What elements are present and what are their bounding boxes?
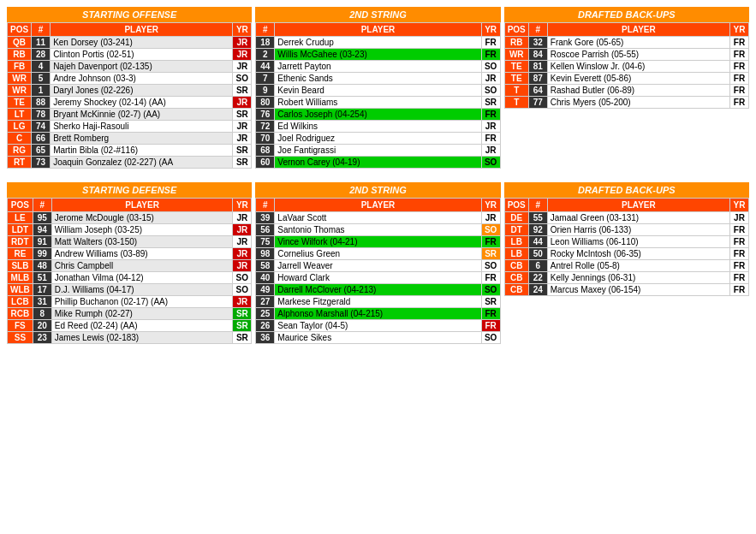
table-row: LE 95 Jerome McDougle (03-15) JR [8,212,252,224]
num-cell: 60 [256,157,275,169]
player-cell: Frank Gore (05-65) [547,37,729,49]
pos-cell: RG [8,145,32,157]
table-row: WLB 17 D.J. Williams (04-17) SO [8,284,252,296]
defense-section: STARTING DEFENSE POS # PLAYER YR LE 95 J… [7,182,749,344]
player-cell: Vince Wilfork (04-21) [275,236,481,248]
th-pos: POS [8,23,32,37]
table-row: 68 Joe Fantigrassi JR [256,145,500,157]
num-cell: 20 [33,320,51,332]
num-cell: 48 [33,260,51,272]
yr-cell: SO [481,61,500,73]
num-cell: 32 [528,37,547,49]
yr-cell: JR [481,73,500,85]
player-cell: Kevin Everett (05-86) [547,73,729,85]
player-cell: Clinton Portis (02-51) [51,49,233,61]
table-row: LDT 94 William Joseph (03-25) JR [8,224,252,236]
table-row: 70 Joel Rodriguez FR [256,133,500,145]
player-cell: Leon Williams (06-110) [547,236,729,248]
num-cell: 70 [256,133,275,145]
num-cell: 44 [256,61,275,73]
yr-cell: JR [233,296,252,308]
pos-cell: TE [8,97,32,109]
yr-cell: JR [233,236,252,248]
th-yr-d: YR [729,23,748,37]
starting-defense-title: STARTING DEFENSE [7,182,252,198]
num-cell: 18 [256,37,275,49]
player-cell: Jeremy Shockey (02-14) (AA) [51,97,233,109]
num-cell: 65 [32,145,51,157]
num-cell: 72 [256,121,275,133]
player-cell: Jarrell Weaver [275,260,481,272]
table-row: RCB 8 Mike Rumph (02-27) SR [8,308,252,320]
table-row: 27 Markese Fitzgerald SR [256,296,500,308]
player-cell: Rashad Butler (06-89) [547,85,729,97]
pos-cell: SLB [8,260,33,272]
player-cell: Ken Dorsey (03-241) [51,37,233,49]
num-cell: 1 [32,85,51,97]
yr-cell: FR [481,320,500,332]
table-row: DT 92 Orien Harris (06-133) FR [504,224,748,236]
table-row: 25 Alphonso Marshall (04-215) FR [256,308,500,320]
player-cell: Ed Wilkins [275,121,481,133]
table-row: DE 55 Jamaal Green (03-131) JR [504,212,748,224]
num-cell: 87 [528,73,547,85]
num-cell: 5 [32,73,51,85]
yr-cell: FR [481,49,500,61]
num-cell: 23 [33,332,51,344]
num-cell: 55 [528,212,547,224]
player-cell: Joel Rodriguez [275,133,481,145]
th-def-pos: POS [8,199,33,212]
player-cell: Markese Fitzgerald [275,296,481,308]
starting-defense: STARTING DEFENSE POS # PLAYER YR LE 95 J… [7,182,252,344]
table-row: MLB 51 Jonathan Vilma (04-12) SO [8,272,252,284]
player-cell: Antrel Rolle (05-8) [547,260,729,272]
player-cell: Joe Fantigrassi [275,145,481,157]
player-cell: Jerome McDougle (03-15) [51,212,233,224]
num-cell: 91 [33,236,51,248]
pos-cell: RT [8,157,32,169]
yr-cell: FR [481,133,500,145]
th-def-yr-d: YR [729,199,748,212]
pos-cell: FS [8,320,33,332]
yr-cell: JR [233,224,252,236]
table-row: 60 Vernon Carey (04-19) SO [256,157,500,169]
th-def-num2: # [256,199,275,212]
pos-cell: DE [504,212,528,224]
pos-cell: T [504,85,528,97]
table-row: LCB 31 Phillip Buchanon (02-17) (AA) JR [8,296,252,308]
player-cell: Willis McGahee (03-23) [275,49,481,61]
yr-cell: SO [233,272,252,284]
yr-cell: JR [233,61,252,73]
num-cell: 28 [32,49,51,61]
yr-cell: JR [233,212,252,224]
table-row: 76 Carlos Joseph (04-254) FR [256,109,500,121]
yr-cell: SR [233,145,252,157]
yr-cell: FR [729,248,748,260]
table-row: T 77 Chris Myers (05-200) FR [504,97,748,109]
yr-cell: FR [729,236,748,248]
player-cell: Najeh Davenport (02-135) [51,61,233,73]
pos-cell: RB [504,37,528,49]
pos-cell: C [8,133,32,145]
yr-cell: SR [233,320,252,332]
starting-defense-table: POS # PLAYER YR LE 95 Jerome McDougle (0… [7,198,252,344]
num-cell: 64 [528,85,547,97]
pos-cell: QB [8,37,32,49]
table-row: RDT 91 Matt Walters (03-150) JR [8,236,252,248]
num-cell: 17 [33,284,51,296]
num-cell: 76 [256,109,275,121]
player-cell: Jonathan Vilma (04-12) [51,272,233,284]
yr-cell: SR [481,296,500,308]
pos-cell: CB [504,272,528,284]
player-cell: Robert Williams [275,97,481,109]
num-cell: 27 [256,296,275,308]
th-def-num: # [33,199,51,212]
pos-cell: MLB [8,272,33,284]
num-cell: 11 [32,37,51,49]
table-row: LT 78 Bryant McKinnie (02-7) (AA) SR [8,109,252,121]
defense-drafted-title: DRAFTED BACK-UPS [504,182,749,198]
num-cell: 24 [528,284,547,296]
pos-cell: SS [8,332,33,344]
table-row: 75 Vince Wilfork (04-21) FR [256,236,500,248]
table-row: RB 32 Frank Gore (05-65) FR [504,37,748,49]
